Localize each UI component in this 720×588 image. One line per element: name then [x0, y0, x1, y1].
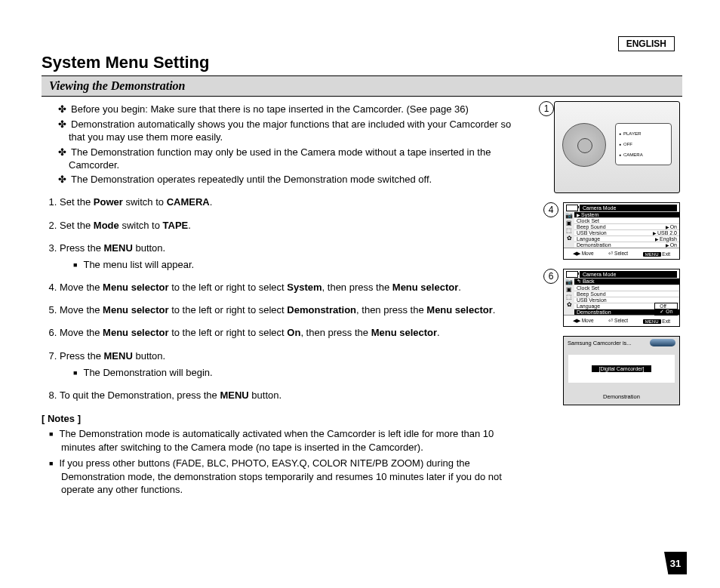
demo-mid-text: [Digital Camcorder] — [592, 365, 652, 372]
camera-icon: 📷 — [565, 213, 573, 219]
note-item: The Demonstration mode is automatically … — [49, 427, 528, 454]
camera-icon: 📷 — [565, 279, 573, 285]
intro-list: Before you begin: Make sure that there i… — [42, 103, 528, 186]
demo-preview: Samsung Camcorder is... [Digital Camcord… — [563, 336, 680, 405]
battery-icon — [566, 205, 578, 211]
step-7-sub: The Demonstration will begin. — [73, 366, 528, 380]
display-icon: ⬚ — [566, 294, 572, 300]
step-3-sub: The menu list will appear. — [73, 258, 528, 272]
figure-6: 6 Camera Mode 📷▣⬚✿ ↰ Back Clock Set B — [539, 269, 682, 327]
osd-row-usb: USB VersionUSB 2.0 — [574, 229, 679, 236]
step-list: Set the Power switch to CAMERA. Set the … — [42, 195, 528, 402]
osd-row-lang: LanguageEnglish — [574, 236, 679, 242]
mode-player: PLAYER — [619, 131, 668, 136]
tape-icon: ▣ — [566, 287, 572, 293]
step-8: To quit the Demonstration, press the MEN… — [60, 389, 528, 402]
notes-heading: [ Notes ] — [42, 413, 528, 424]
intro-item: Before you begin: Make sure that there i… — [49, 103, 528, 116]
step-2: Set the Mode switch to TAPE. — [60, 219, 528, 232]
osd-row-clock: Clock Set — [574, 217, 679, 223]
step-6: Move the Menu selector to the left or ri… — [60, 326, 528, 340]
intro-item: The Demonstration function may only be u… — [49, 146, 528, 172]
option-off: Off — [655, 303, 677, 309]
osd-row-back: ↰ Back — [574, 278, 679, 285]
osd-row-demo: DemonstrationOn — [574, 242, 679, 248]
osd-menu-system: Camera Mode 📷▣⬚✿ System Clock Set Beep S… — [563, 202, 680, 260]
step-4: Move the Menu selector to the left or ri… — [60, 281, 528, 294]
option-on: On — [655, 309, 677, 315]
mode-panel: PLAYER OFF CAMERA — [615, 123, 672, 165]
figure-4: 4 Camera Mode 📷▣⬚✿ System Clock Set B — [539, 202, 682, 260]
gear-icon: ✿ — [567, 302, 572, 308]
osd-row-clock: Clock Set — [574, 285, 679, 291]
figure-1: 1 PLAYER OFF CAMERA — [539, 101, 682, 193]
figure-badge-4: 4 — [543, 202, 558, 217]
osd-title: Camera Mode — [580, 271, 677, 278]
intro-item: The Demonstration operates repeatedly un… — [49, 174, 528, 186]
osd-category-icons: 📷▣⬚✿ — [564, 211, 574, 248]
language-label: ENGLISH — [618, 36, 675, 51]
mode-camera: CAMERA — [619, 152, 668, 157]
battery-icon — [566, 271, 578, 278]
step-5: Move the Menu selector to the left or ri… — [60, 303, 528, 317]
osd-row-usb: USB Version — [574, 297, 679, 303]
mode-off: OFF — [619, 142, 668, 146]
intro-item: Demonstration automatically shows you th… — [49, 119, 528, 144]
step-3: Press the MENU button. The menu list wil… — [60, 242, 528, 272]
page-title: System Menu Setting — [42, 53, 682, 72]
osd-row-beep: Beep SoundOn — [574, 223, 679, 229]
section-heading: Viewing the Demonstration — [42, 75, 682, 97]
tape-icon: ▣ — [566, 220, 572, 226]
osd-title: Camera Mode — [580, 205, 677, 211]
osd-row-beep: Beep Sound — [574, 291, 679, 297]
gear-icon: ✿ — [567, 236, 572, 242]
osd-menu-demo: Camera Mode 📷▣⬚✿ ↰ Back Clock Set Beep S… — [563, 269, 680, 327]
option-popup: Off On — [654, 303, 678, 316]
samsung-logo-icon — [650, 339, 675, 346]
osd-category-icons: 📷▣⬚✿ — [564, 278, 574, 315]
page-number: 31 — [664, 552, 687, 574]
demo-header-text: Samsung Camcorder is... — [568, 340, 632, 346]
power-dial-icon — [562, 123, 606, 167]
note-item: If you press other buttons (FADE, BLC, P… — [49, 457, 528, 497]
demo-footer-text: Demonstration — [564, 389, 679, 402]
step-1: Set the Power switch to CAMERA. — [60, 195, 528, 209]
osd-footer: ◀▶ Move ⏎ Select MENU Exit — [564, 315, 679, 326]
osd-row-system: System — [574, 211, 679, 217]
figure-badge-6: 6 — [543, 269, 558, 284]
figure-badge-1: 1 — [539, 101, 554, 116]
step-7: Press the MENU button. The Demonstration… — [60, 349, 528, 380]
body-text: Before you begin: Make sure that there i… — [42, 101, 528, 500]
osd-footer: ◀▶ Move ⏎ Select MENU Exit — [564, 248, 679, 259]
display-icon: ⬚ — [566, 228, 572, 234]
